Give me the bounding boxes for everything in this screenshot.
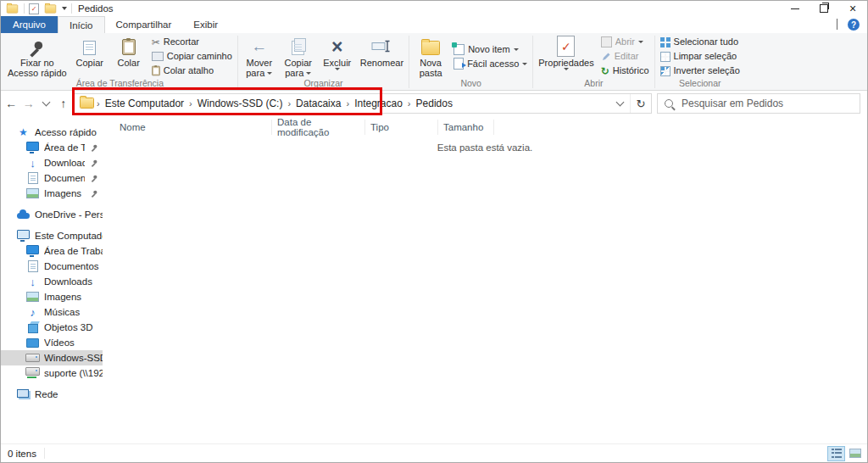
button-label: para — [246, 68, 264, 78]
app-icon — [7, 4, 18, 13]
chevron-down-icon — [267, 72, 272, 75]
back-button[interactable]: ← — [3, 95, 19, 112]
video-icon — [26, 338, 39, 348]
tab-share[interactable]: Compartilhar — [105, 16, 183, 33]
network-icon — [17, 389, 29, 398]
quick-access-new-folder-button[interactable] — [43, 3, 58, 14]
new-folder-icon — [421, 41, 440, 55]
sidebar-item-documents-pinned[interactable]: Documentos — [1, 170, 103, 186]
column-header-name[interactable]: Nome — [114, 120, 272, 135]
history-button[interactable]: ↻ Histórico — [599, 64, 651, 77]
close-button[interactable]: × — [838, 1, 867, 16]
folder-icon — [45, 4, 56, 13]
address-dropdown-button[interactable] — [609, 94, 630, 113]
recent-locations-dropdown[interactable] — [38, 95, 53, 112]
quick-access-properties-button[interactable]: ✓ — [29, 3, 39, 14]
up-button[interactable]: ↑ — [56, 95, 71, 112]
properties-button[interactable]: ✓ Propriedades — [535, 35, 597, 78]
sidebar-item-3d-objects[interactable]: Objetos 3D — [1, 320, 103, 335]
copy-to-button[interactable]: Copiar para — [279, 35, 318, 78]
sidebar-item-this-pc[interactable]: Este Computador — [1, 228, 103, 243]
large-icons-view-button[interactable] — [846, 446, 864, 461]
button-label: para — [285, 68, 303, 78]
edit-button[interactable]: Editar — [599, 50, 651, 63]
sidebar-item-label: Downloads — [44, 276, 92, 287]
breadcrumb-item-this-pc[interactable]: Este Computador — [101, 97, 188, 110]
sidebar-item-windows-ssd[interactable]: Windows-SSD (C:) — [1, 350, 103, 365]
tab-file-menu[interactable]: Arquivo — [1, 16, 58, 33]
window-title: Pedidos — [78, 3, 114, 14]
button-label: Abrir — [615, 37, 635, 47]
sidebar-item-onedrive[interactable]: OneDrive - Personal — [1, 207, 103, 222]
invert-selection-icon — [660, 66, 670, 76]
forward-button[interactable]: → — [21, 95, 36, 112]
quick-access-toolbar-dropdown[interactable] — [62, 7, 67, 10]
breadcrumb-item-pedidos[interactable]: Pedidos — [412, 97, 457, 110]
new-folder-button[interactable]: Nova pasta — [411, 35, 450, 78]
explorer-window: ✓ Pedidos × Arquivo Início Compartilhar … — [0, 0, 868, 463]
file-list-pane: Nome Data de modificação Tipo Tamanho Es… — [103, 116, 867, 443]
clear-selection-button[interactable]: Limpar seleção — [659, 50, 742, 63]
breadcrumb-item-integracao[interactable]: Integracao — [350, 97, 407, 110]
sidebar-item-pictures[interactable]: Imagens — [1, 289, 103, 304]
sidebar-item-downloads[interactable]: ↓ Downloads — [1, 274, 103, 289]
sidebar-item-videos[interactable]: Vídeos — [1, 335, 103, 350]
button-label: Copiar caminho — [167, 52, 232, 61]
chevron-up-icon — [837, 19, 837, 30]
button-label: Colar atalho — [164, 66, 214, 75]
paste-button[interactable]: Colar — [109, 35, 148, 78]
sidebar-item-suporte-network-drive[interactable]: suporte (\\192.168.1 — [1, 365, 103, 381]
search-input[interactable] — [680, 97, 853, 110]
collapse-ribbon-button[interactable] — [837, 20, 837, 30]
address-bar[interactable]: › Este Computador › Windows-SSD (C:) › D… — [72, 93, 652, 114]
copy-button[interactable]: Copiar — [70, 35, 109, 78]
select-all-button[interactable]: Selecionar tudo — [659, 36, 742, 48]
column-header-type[interactable]: Tipo — [365, 120, 438, 135]
navigation-pane: ★ Acesso rápido Área de Trabalho ↓ Downl… — [1, 116, 103, 443]
invert-selection-button[interactable]: Inverter seleção — [659, 64, 742, 77]
sidebar-item-desktop[interactable]: Área de Trabalho — [1, 243, 103, 259]
button-label: Copiar — [285, 58, 312, 68]
tab-view[interactable]: Exibir — [182, 16, 229, 33]
address-bar-row: ← → ↑ › Este Computador › Windows-SSD (C… — [1, 91, 867, 116]
details-view-button[interactable] — [827, 446, 845, 461]
restore-button[interactable] — [810, 1, 838, 16]
breadcrumb-item-drive[interactable]: Windows-SSD (C:) — [193, 97, 287, 110]
cube-icon — [28, 324, 38, 333]
button-label: Excluir — [323, 58, 351, 68]
sidebar-item-quick-access[interactable]: ★ Acesso rápido — [1, 125, 103, 140]
status-bar: 0 itens — [1, 443, 867, 462]
divider — [71, 3, 72, 14]
group-label-clipboard: Área de Transferência — [3, 78, 237, 90]
rename-button[interactable]: Renomear — [357, 35, 407, 78]
sidebar-item-label: Documentos — [44, 261, 99, 271]
pin-to-quick-access-button[interactable]: Fixar no Acesso rápido — [4, 35, 70, 78]
sidebar-item-documents[interactable]: Documentos — [1, 259, 103, 274]
easy-access-button[interactable]: Fácil acesso — [452, 58, 529, 70]
column-header-date-modified[interactable]: Data de modificação — [272, 120, 365, 135]
paste-shortcut-button[interactable]: Colar atalho — [150, 64, 234, 77]
copy-path-button[interactable]: Copiar caminho — [150, 50, 234, 63]
tab-home[interactable]: Início — [58, 16, 105, 33]
title-bar: ✓ Pedidos × — [1, 1, 867, 16]
delete-button[interactable]: × Excluir — [318, 35, 357, 78]
new-item-button[interactable]: Novo item — [452, 43, 529, 56]
breadcrumb: › Este Computador › Windows-SSD (C:) › D… — [73, 97, 609, 110]
empty-folder-message: Esta pasta está vazia. — [437, 142, 533, 153]
sidebar-item-downloads-pinned[interactable]: ↓ Downloads — [1, 155, 103, 170]
help-button[interactable]: ? — [848, 19, 860, 31]
ribbon-controls: ? — [837, 16, 867, 33]
search-box[interactable] — [657, 93, 860, 114]
open-button[interactable]: Abrir — [599, 36, 651, 48]
minimize-button[interactable] — [781, 1, 810, 16]
breadcrumb-item-datacaixa[interactable]: Datacaixa — [292, 97, 345, 110]
select-all-icon — [660, 37, 670, 47]
cut-button[interactable]: ✂ Recortar — [150, 36, 234, 48]
column-header-size[interactable]: Tamanho — [438, 120, 494, 135]
move-to-button[interactable]: ← Mover para — [240, 35, 279, 78]
sidebar-item-pictures-pinned[interactable]: Imagens — [1, 186, 103, 201]
refresh-button[interactable]: ↻ — [630, 94, 651, 113]
sidebar-item-music[interactable]: ♪ Músicas — [1, 304, 103, 320]
sidebar-item-network[interactable]: Rede — [1, 387, 103, 402]
sidebar-item-desktop-pinned[interactable]: Área de Trabalho — [1, 140, 103, 155]
